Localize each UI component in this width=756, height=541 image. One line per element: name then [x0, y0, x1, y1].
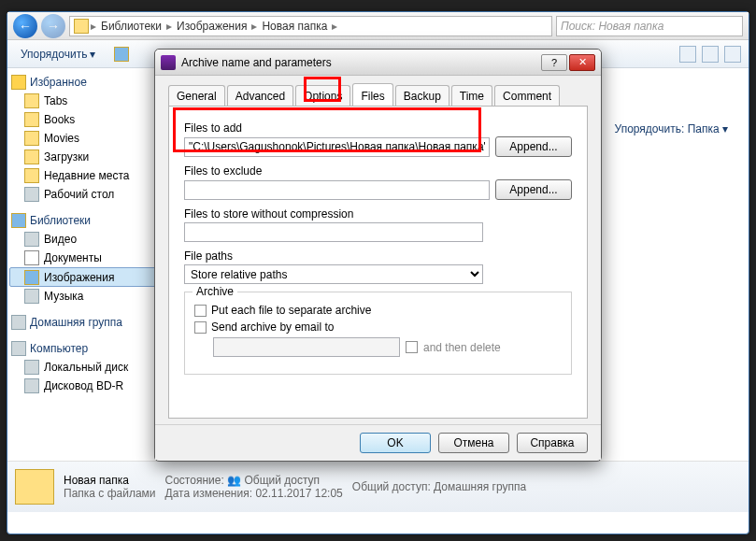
search-placeholder: Поиск: Новая папка — [561, 20, 663, 33]
checkbox-icon[interactable] — [194, 321, 207, 334]
organize-button[interactable]: Упорядочить ▾ — [15, 45, 101, 64]
sidebar-item-books[interactable]: Books — [9, 110, 159, 129]
tab-panel: Files to add Append... Files to exclude … — [168, 106, 588, 419]
sidebar-item-desktop[interactable]: Рабочий стол — [9, 185, 159, 204]
chevron-right-icon: ▸ — [166, 20, 172, 33]
desktop-icon — [24, 187, 39, 202]
winrar-icon — [161, 55, 176, 70]
breadcrumb[interactable]: Библиотеки — [98, 20, 164, 33]
dialog-title: Archive name and parameters — [181, 56, 332, 69]
tab-comment[interactable]: Comment — [494, 85, 560, 106]
sidebar-item-bdrom[interactable]: Дисковод BD-R — [9, 377, 159, 395]
files-to-store-input[interactable] — [184, 222, 483, 242]
folder-icon — [24, 93, 39, 108]
help-button[interactable]: Справка — [517, 433, 588, 453]
tab-files[interactable]: Files — [352, 83, 392, 106]
preview-pane-button[interactable] — [702, 46, 719, 63]
files-to-exclude-input[interactable] — [184, 180, 490, 200]
chevron-right-icon: ▸ — [91, 20, 96, 33]
folder-icon — [74, 19, 89, 34]
image-icon — [24, 270, 39, 285]
sidebar-libraries-header[interactable]: Библиотеки — [9, 211, 159, 230]
sidebar-item-documents[interactable]: Документы — [9, 249, 159, 267]
tab-general[interactable]: General — [168, 85, 225, 106]
folder-icon — [24, 168, 39, 183]
sidebar-homegroup-header[interactable]: Домашняя группа — [9, 313, 159, 332]
files-to-add-label: Files to add — [184, 121, 572, 135]
sidebar-item-tabs[interactable]: Tabs — [9, 92, 159, 110]
group-legend: Archive — [193, 285, 237, 298]
dialog-tabs: General Advanced Options Files Backup Ti… — [168, 83, 588, 106]
folder-icon — [24, 149, 39, 164]
dialog-footer: OK Отмена Справка — [155, 424, 601, 460]
file-paths-select[interactable]: Store relative paths — [184, 264, 483, 284]
checkbox-icon — [406, 341, 418, 353]
breadcrumb-bar[interactable]: ▸ Библиотеки ▸ Изображения ▸ Новая папка… — [69, 16, 552, 36]
folder-icon — [24, 131, 39, 146]
forward-button[interactable]: → — [41, 14, 65, 38]
help-button[interactable] — [724, 46, 741, 63]
view-button[interactable] — [679, 46, 696, 63]
search-input[interactable]: Поиск: Новая папка — [556, 16, 743, 36]
detail-meta: Новая папка Папка с файлами — [64, 474, 156, 500]
breadcrumb[interactable]: Изображения — [174, 20, 250, 33]
email-input — [213, 337, 400, 357]
cb-email-row[interactable]: Send archive by email to — [194, 320, 562, 334]
back-button[interactable]: ← — [13, 14, 37, 38]
sidebar-item-images[interactable]: Изображения — [9, 267, 162, 287]
sidebar-computer-header[interactable]: Компьютер — [9, 339, 159, 358]
library-icon — [114, 47, 129, 62]
tab-backup[interactable]: Backup — [395, 85, 449, 106]
detail-type: Папка с файлами — [64, 487, 156, 500]
cancel-button[interactable]: Отмена — [438, 433, 509, 453]
tab-time[interactable]: Time — [451, 85, 492, 106]
tab-advanced[interactable]: Advanced — [227, 85, 293, 106]
help-button[interactable]: ? — [541, 54, 567, 71]
breadcrumb[interactable]: Новая папка — [259, 20, 330, 33]
sidebar-favorites-header[interactable]: Избранное — [9, 73, 159, 92]
nav-bar: ← → ▸ Библиотеки ▸ Изображения ▸ Новая п… — [7, 12, 749, 40]
disc-icon — [24, 378, 39, 393]
toolbar-icon-button[interactable] — [108, 44, 135, 64]
detail-pane: Новая папка Папка с файлами Состояние: 👥… — [7, 461, 749, 512]
sidebar-item-video[interactable]: Видео — [9, 230, 159, 249]
checkbox-icon[interactable] — [194, 305, 207, 317]
then-delete-label: and then delete — [423, 341, 501, 354]
sidebar-item-local-disk[interactable]: Локальный диск — [9, 358, 159, 377]
archive-group: Archive Put each file to separate archiv… — [184, 292, 572, 375]
homegroup-icon — [11, 315, 26, 330]
computer-icon — [11, 341, 26, 356]
folder-thumbnail — [15, 469, 54, 505]
tab-options[interactable]: Options — [295, 85, 350, 106]
sidebar-item-recent[interactable]: Недавние места — [9, 166, 159, 185]
detail-name: Новая папка — [64, 474, 156, 487]
chevron-right-icon: ▸ — [251, 20, 257, 33]
chevron-right-icon: ▸ — [332, 20, 337, 33]
sidebar-item-downloads[interactable]: Загрузки — [9, 148, 159, 166]
sidebar-item-music[interactable]: Музыка — [9, 287, 159, 306]
file-paths-label: File paths — [184, 249, 572, 263]
files-to-add-input[interactable] — [184, 137, 490, 157]
document-icon — [24, 250, 39, 265]
ok-button[interactable]: OK — [360, 433, 431, 453]
sidebar: Избранное Tabs Books Movies Загрузки Нед… — [7, 68, 162, 461]
archive-dialog: Archive name and parameters ? ✕ General … — [154, 49, 602, 462]
library-icon — [11, 213, 26, 228]
append-button-1[interactable]: Append... — [495, 136, 572, 157]
append-button-2[interactable]: Append... — [495, 179, 572, 200]
folder-icon — [24, 112, 39, 127]
star-icon — [11, 75, 26, 90]
files-to-store-label: Files to store without compression — [184, 207, 572, 221]
video-icon — [24, 232, 39, 247]
files-to-exclude-label: Files to exclude — [184, 164, 572, 178]
cb-separate-row[interactable]: Put each file to separate archive — [194, 304, 562, 317]
drive-icon — [24, 360, 39, 375]
close-button[interactable]: ✕ — [569, 54, 595, 71]
sort-row: Упорядочить: Папка ▾ — [615, 122, 728, 135]
dialog-titlebar[interactable]: Archive name and parameters ? ✕ — [155, 50, 601, 76]
organize-label: Упорядочить — [21, 48, 87, 61]
sidebar-item-movies[interactable]: Movies — [9, 129, 159, 148]
sort-dropdown[interactable]: Папка — [688, 122, 720, 135]
toolbar-right — [679, 46, 741, 63]
music-icon — [24, 289, 39, 304]
